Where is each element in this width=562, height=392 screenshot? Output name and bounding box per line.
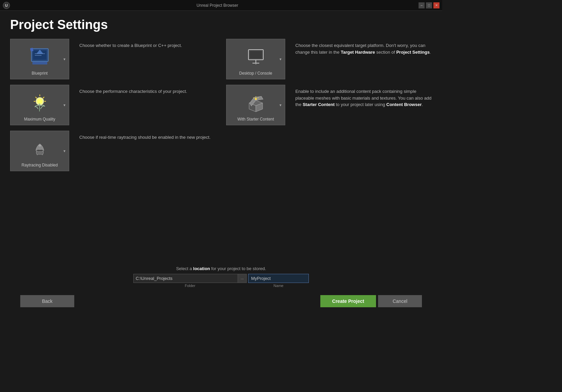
name-label: Name	[273, 284, 283, 288]
main-content: Project Settings Blueprint	[0, 11, 442, 314]
starter-content-label: With Starter Content	[237, 117, 274, 122]
blueprint-card[interactable]: Blueprint ▼	[10, 39, 69, 79]
raytracing-label: Raytracing Disabled	[22, 163, 58, 167]
button-row: Back Create Project Cancel	[10, 292, 432, 307]
raytracing-dropdown-icon[interactable]: ▼	[63, 149, 66, 153]
settings-row-1: Blueprint ▼ Choose whether to create a B…	[10, 39, 432, 79]
svg-rect-6	[32, 62, 47, 64]
window-title: Unreal Project Browser	[16, 3, 419, 8]
folder-browse-button[interactable]: ...	[238, 274, 246, 283]
settings-row-2: Maximum Quality ▼ Choose the performance…	[10, 85, 432, 125]
folder-input[interactable]	[134, 274, 238, 283]
svg-rect-10	[250, 51, 262, 58]
bottom-section: Select a location for your project to be…	[10, 261, 432, 291]
starter-dropdown-icon[interactable]: ▼	[279, 103, 282, 107]
window-controls: – □ ✕	[419, 2, 439, 8]
starter-description: Enable to include an additional content …	[295, 85, 432, 108]
desktop-console-label: Desktop / Console	[239, 71, 272, 76]
desktop-description: Choose the closest equivalent target pla…	[295, 39, 432, 55]
right-buttons: Create Project Cancel	[320, 295, 422, 307]
starter-content-card[interactable]: With Starter Content ▼	[226, 85, 285, 125]
svg-line-20	[43, 97, 44, 98]
back-button[interactable]: Back	[20, 295, 74, 307]
blueprint-description: Choose whether to create a Blueprint or …	[79, 39, 216, 49]
ue-logo: U	[3, 2, 10, 9]
quality-card[interactable]: Maximum Quality ▼	[10, 85, 69, 125]
settings-row-3: Raytracing Disabled ▼ Choose if real-tim…	[10, 131, 432, 171]
location-text: Select a location for your project to be…	[176, 266, 266, 271]
folder-input-wrap: ... Folder	[133, 274, 247, 288]
maximize-button[interactable]: □	[426, 2, 432, 8]
quality-label: Maximum Quality	[24, 117, 55, 122]
cancel-button[interactable]: Cancel	[378, 295, 422, 307]
blueprint-dropdown-icon[interactable]: ▼	[63, 57, 66, 61]
svg-text:U: U	[5, 3, 8, 7]
svg-point-27	[255, 98, 257, 100]
settings-area: Blueprint ▼ Choose whether to create a B…	[10, 39, 432, 261]
create-project-button[interactable]: Create Project	[320, 295, 376, 307]
page-title: Project Settings	[10, 18, 432, 32]
quality-dropdown-icon[interactable]: ▼	[63, 103, 66, 107]
blueprint-icon	[28, 45, 52, 69]
svg-point-14	[255, 63, 257, 64]
blueprint-label: Blueprint	[32, 71, 48, 76]
minimize-button[interactable]: –	[419, 2, 425, 8]
desktop-dropdown-icon[interactable]: ▼	[279, 57, 282, 61]
svg-point-16	[37, 99, 43, 104]
quality-icon	[28, 91, 52, 115]
raytracing-card[interactable]: Raytracing Disabled ▼	[10, 131, 69, 171]
svg-line-21	[35, 97, 37, 98]
location-inputs: ... Folder Name	[133, 274, 309, 288]
svg-rect-7	[30, 48, 33, 52]
folder-label: Folder	[185, 284, 195, 288]
desktop-console-card[interactable]: Desktop / Console ▼	[226, 39, 285, 79]
close-button[interactable]: ✕	[433, 2, 439, 8]
raytracing-icon	[28, 137, 52, 161]
name-input-wrap: Name	[248, 274, 309, 288]
quality-description: Choose the performance characteristics o…	[79, 85, 216, 95]
title-bar: U Unreal Project Browser – □ ✕	[0, 0, 442, 11]
name-input[interactable]	[248, 274, 309, 283]
raytracing-description: Choose if real-time raytracing should be…	[79, 131, 265, 141]
svg-point-31	[38, 145, 41, 147]
desktop-icon	[244, 45, 268, 69]
starter-content-icon	[244, 91, 268, 115]
